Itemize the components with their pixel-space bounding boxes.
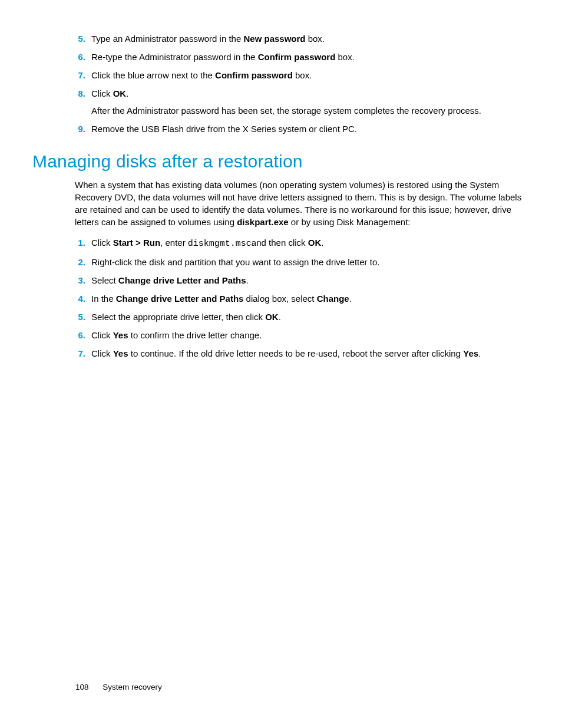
ordered-list-top: 5.Type an Administrator password in the … bbox=[32, 32, 530, 135]
bold-text: Change drive Letter and Paths bbox=[116, 294, 244, 304]
list-number: 2. bbox=[72, 256, 85, 268]
list-number: 6. bbox=[72, 51, 85, 63]
list-number: 4. bbox=[72, 292, 85, 305]
list-number: 9. bbox=[72, 123, 85, 135]
list-number: 7. bbox=[72, 347, 85, 360]
list-number: 6. bbox=[72, 329, 85, 341]
bold-text: Yes bbox=[113, 348, 128, 358]
intro-bold: diskpart.exe bbox=[237, 217, 289, 227]
list-item: 4.In the Change drive Letter and Paths d… bbox=[80, 292, 530, 305]
list-number: 1. bbox=[72, 236, 85, 249]
page-footer: 108 System recovery bbox=[75, 683, 162, 691]
list-item: 7.Click Yes to continue. If the old driv… bbox=[80, 347, 530, 360]
list-number: 5. bbox=[72, 311, 85, 323]
list-text: Select the appropriate drive letter, the… bbox=[91, 312, 281, 322]
list-item: 7.Click the blue arrow next to the Confi… bbox=[80, 69, 530, 81]
list-text: Click Start > Run, enter diskmgmt.mscand… bbox=[91, 238, 323, 248]
section-heading: Managing disks after a restoration bbox=[32, 151, 530, 172]
list-item: 1.Click Start > Run, enter diskmgmt.msca… bbox=[80, 236, 530, 250]
bold-text: Change drive Letter and Paths bbox=[118, 275, 246, 285]
intro-paragraph: When a system that has existing data vol… bbox=[32, 179, 530, 228]
list-text: Click the blue arrow next to the Confirm… bbox=[91, 70, 312, 80]
list-item: 2.Right-click the disk and partition tha… bbox=[80, 256, 530, 268]
bold-text: Confirm password bbox=[215, 70, 293, 80]
bold-text: OK bbox=[113, 88, 127, 98]
bold-text: Start > Run bbox=[113, 238, 160, 248]
list-item: 6.Re-type the Administrator password in … bbox=[80, 51, 530, 63]
intro-post: or by using Disk Management: bbox=[289, 217, 411, 227]
document-page: 5.Type an Administrator password in the … bbox=[0, 0, 562, 728]
bold-text: Confirm password bbox=[258, 52, 336, 62]
list-subtext: After the Administrator password has bee… bbox=[91, 104, 530, 117]
bold-text: New password bbox=[243, 34, 305, 44]
list-text: Click Yes to continue. If the old drive … bbox=[91, 348, 481, 358]
list-text: Select Change drive Letter and Paths. bbox=[91, 275, 249, 285]
list-item: 8.Click OK.After the Administrator passw… bbox=[80, 87, 530, 117]
list-number: 7. bbox=[72, 69, 85, 81]
list-text: Right-click the disk and partition that … bbox=[91, 257, 379, 267]
bold-text: OK bbox=[265, 312, 279, 322]
list-item: 9.Remove the USB Flash drive from the X … bbox=[80, 123, 530, 135]
ordered-list-bottom: 1.Click Start > Run, enter diskmgmt.msca… bbox=[32, 236, 530, 360]
list-number: 8. bbox=[72, 87, 85, 100]
list-item: 5.Type an Administrator password in the … bbox=[80, 32, 530, 45]
monospace-text: diskmgmt.msc bbox=[188, 239, 252, 249]
bold-text: OK bbox=[308, 238, 322, 248]
list-text: Click OK. bbox=[91, 88, 128, 98]
footer-title: System recovery bbox=[103, 683, 162, 691]
list-text: Remove the USB Flash drive from the X Se… bbox=[91, 124, 357, 134]
list-text: Click Yes to confirm the drive letter ch… bbox=[91, 330, 262, 340]
bold-text: Yes bbox=[463, 348, 478, 358]
list-item: 5.Select the appropriate drive letter, t… bbox=[80, 311, 530, 323]
list-text: In the Change drive Letter and Paths dia… bbox=[91, 294, 352, 304]
list-text: Re-type the Administrator password in th… bbox=[91, 52, 355, 62]
page-number: 108 bbox=[75, 683, 89, 691]
list-number: 3. bbox=[72, 274, 85, 286]
bold-text: Yes bbox=[113, 330, 128, 340]
list-number: 5. bbox=[72, 32, 85, 45]
bold-text: Change bbox=[317, 294, 349, 304]
list-item: 3.Select Change drive Letter and Paths. bbox=[80, 274, 530, 286]
list-text: Type an Administrator password in the Ne… bbox=[91, 34, 325, 44]
list-item: 6.Click Yes to confirm the drive letter … bbox=[80, 329, 530, 341]
